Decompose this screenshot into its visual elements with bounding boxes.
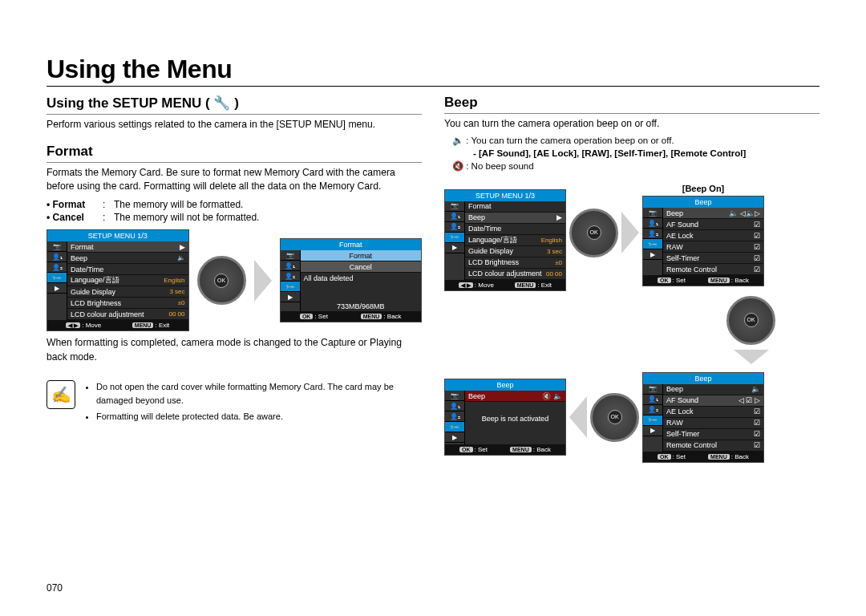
foot-set: : Set bbox=[314, 313, 327, 320]
speaker-off-icon: 🔇 bbox=[452, 160, 463, 172]
foot-back: : Back bbox=[383, 313, 401, 320]
lcd-beep-on: Beep 📷👤₁👤₂🔧▶ Beep🔈 ◁🔈▷ AF Sound☑ AE Lock… bbox=[642, 196, 764, 286]
lcd-title: Beep bbox=[643, 373, 763, 384]
beep-off-msg: Beep is not activated bbox=[482, 415, 549, 423]
beep-on-legend: 🔈 : You can turn the camera operation be… bbox=[452, 135, 819, 146]
control-dial bbox=[197, 256, 246, 305]
format-intro: Formats the Memory Card. Be sure to form… bbox=[47, 166, 422, 194]
setup-menu-heading: Using the SETUP MENU ( 🔧 ) bbox=[47, 95, 422, 115]
def-cancel-row: • Cancel : The memory will not be format… bbox=[47, 212, 422, 223]
page-number: 070 bbox=[47, 582, 63, 594]
foot-move: : Move bbox=[82, 322, 101, 329]
lcd-setup-beep: SETUP MENU 1/3 📷👤₁👤₂🔧▶ Format Beep▶ Date… bbox=[444, 189, 566, 291]
def-format-row: • Format : The memory will be formatted. bbox=[47, 199, 422, 210]
nav-icon: ◀ ▶ bbox=[66, 322, 80, 328]
tab-user1-icon: 👤₁ bbox=[47, 252, 67, 262]
option-format: Format bbox=[349, 252, 372, 260]
lcd-items: Format Cancel All data deleted 733MB/968… bbox=[301, 250, 422, 311]
lcd-tabs: 📷 👤₁ 👤₂ 🔧 ▶ bbox=[47, 241, 67, 320]
def-sep: : bbox=[103, 199, 114, 210]
tab-camera-icon: 📷 bbox=[281, 250, 300, 261]
note-item: Do not open the card cover while formatt… bbox=[96, 380, 422, 407]
legend-text: No beep sound bbox=[471, 161, 534, 171]
tab-camera-icon: 📷 bbox=[47, 241, 67, 252]
note-item: Formatting will delete protected data. B… bbox=[96, 410, 422, 424]
storage-info: 733MB/968MB bbox=[337, 302, 385, 310]
tab-user2-icon: 👤₂ bbox=[47, 262, 67, 273]
control-dial bbox=[726, 296, 775, 345]
tab-user1-icon: 👤₁ bbox=[281, 261, 300, 271]
def-desc: The memory will not be formatted. bbox=[114, 212, 422, 223]
beep-intro: You can turn the camera operation beep o… bbox=[444, 117, 819, 132]
manual-page: Using the Menu Using the SETUP MENU ( 🔧 … bbox=[0, 0, 866, 616]
legend-text: You can turn the camera operation beep o… bbox=[471, 136, 674, 145]
lcd-title: Beep bbox=[445, 379, 565, 391]
tab-play-icon: ▶ bbox=[281, 292, 300, 302]
lcd-setup-menu: SETUP MENU 1/3 📷 👤₁ 👤₂ 🔧 ▶ Format▶ Beep🔈 bbox=[47, 229, 189, 331]
lcd-title: Beep bbox=[643, 197, 763, 208]
def-sep: : bbox=[103, 212, 114, 223]
caution-note: ✍ Do not open the card cover while forma… bbox=[47, 380, 422, 427]
format-complete-text: When formatting is completed, camera mod… bbox=[47, 336, 422, 364]
format-definitions: • Format : The memory will be formatted.… bbox=[47, 199, 422, 223]
option-cancel: Cancel bbox=[350, 263, 372, 271]
item-val: 00 00 bbox=[168, 310, 184, 318]
speaker-on-icon: 🔈 bbox=[452, 135, 463, 146]
lcd-beep-off: Beep 📷👤₁👤₂🔧▶ Beep🔇 🔈 Beep is not activat… bbox=[444, 379, 566, 456]
format-msg: All data deleted bbox=[304, 274, 354, 282]
item-val: English bbox=[164, 277, 184, 284]
lcd-footer: ◀ ▶: Move MENU: Exit bbox=[47, 320, 188, 330]
item-label: LCD Brightness bbox=[71, 299, 121, 307]
lcd-title: SETUP MENU 1/3 bbox=[445, 190, 565, 201]
ok-button-icon: OK bbox=[300, 314, 314, 319]
lcd-title: SETUP MENU 1/3 bbox=[47, 230, 188, 241]
lcd-tabs: 📷 👤₁ 👤₂ 🔧 ▶ bbox=[281, 250, 301, 311]
arrow-left-icon bbox=[569, 396, 587, 438]
page-title: Using the Menu bbox=[47, 55, 819, 87]
item-label: Language/言語 bbox=[71, 275, 119, 286]
def-term: • Format bbox=[47, 199, 103, 210]
left-column: Using the SETUP MENU ( 🔧 ) Perform vario… bbox=[47, 91, 422, 463]
tab-user2-icon: 👤₂ bbox=[281, 271, 300, 282]
item-label: Date/Time bbox=[71, 265, 103, 274]
menu-button-icon: MENU bbox=[361, 314, 382, 319]
setup-intro: Perform various settings related to the … bbox=[47, 118, 422, 132]
arrow-right-icon bbox=[621, 212, 639, 253]
menu-button-icon: MENU bbox=[132, 322, 154, 328]
beep-on-label: [Beep On] bbox=[682, 184, 725, 193]
item-val: 3 sec bbox=[169, 288, 184, 295]
tab-wrench-icon: 🔧 bbox=[47, 273, 67, 283]
item-label: LCD colour adjustment bbox=[71, 310, 144, 318]
beep-off-legend: 🔇 : No beep sound bbox=[452, 160, 819, 172]
format-heading: Format bbox=[47, 144, 422, 163]
arrow-right-icon bbox=[254, 260, 272, 302]
item-label: Beep bbox=[71, 254, 87, 262]
tab-play-icon: ▶ bbox=[47, 283, 67, 294]
def-term: • Cancel bbox=[47, 212, 103, 223]
beep-sub-legend: - [AF Sound], [AE Lock], [RAW], [Self-Ti… bbox=[473, 148, 819, 158]
setup-menu-heading-text: Using the SETUP MENU ( 🔧 ) bbox=[47, 95, 239, 111]
def-desc: The memory will be formatted. bbox=[114, 199, 422, 210]
lcd-title: Format bbox=[281, 239, 422, 250]
lcd-beep-on2: Beep 📷👤₁👤₂🔧▶ Beep🔈 AF Sound◁ ☑ ▷ AE Lock… bbox=[642, 372, 764, 463]
item-label: Guide Display bbox=[71, 288, 115, 296]
dial-down-group bbox=[726, 291, 775, 369]
control-dial bbox=[590, 393, 639, 442]
lcd-format-confirm: Format 📷 👤₁ 👤₂ 🔧 ▶ Format Cancel A bbox=[280, 238, 423, 322]
format-screens-row: SETUP MENU 1/3 📷 👤₁ 👤₂ 🔧 ▶ Format▶ Beep🔈 bbox=[47, 229, 422, 331]
item-val: 🔈 bbox=[177, 254, 185, 261]
note-icon: ✍ bbox=[47, 380, 75, 409]
content-columns: Using the SETUP MENU ( 🔧 ) Perform vario… bbox=[47, 91, 819, 463]
beep-screens-row2: Beep 📷👤₁👤₂🔧▶ Beep🔇 🔈 Beep is not activat… bbox=[444, 372, 819, 463]
note-list: Do not open the card cover while formatt… bbox=[85, 380, 422, 427]
item-val: ±0 bbox=[178, 299, 185, 306]
control-dial bbox=[569, 209, 618, 257]
beep-heading: Beep bbox=[444, 95, 819, 114]
beep-screens-row1: SETUP MENU 1/3 📷👤₁👤₂🔧▶ Format Beep▶ Date… bbox=[444, 175, 819, 291]
lcd-footer: OK: Set MENU: Back bbox=[281, 311, 422, 322]
item-label: Format bbox=[71, 243, 94, 251]
tab-wrench-icon: 🔧 bbox=[281, 282, 300, 292]
arrow-down-icon bbox=[734, 350, 769, 364]
item-val: ▶ bbox=[180, 243, 185, 251]
lcd-items: Format▶ Beep🔈 Date/Time Language/言語Engli… bbox=[67, 241, 188, 320]
